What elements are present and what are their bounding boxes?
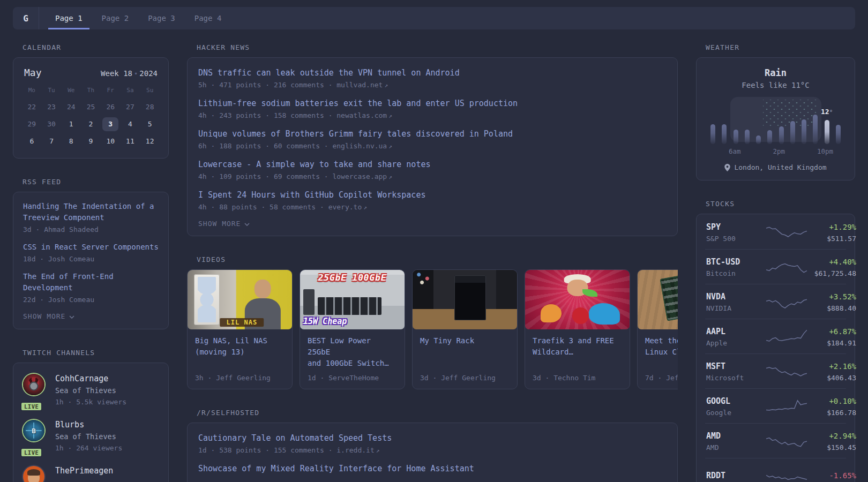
tab-page-2[interactable]: Page 2	[95, 7, 136, 29]
stock-row[interactable]: AMDAMD+2.94%$150.45	[705, 423, 846, 458]
stock-symbol: RDDT	[706, 470, 766, 481]
dashboard-columns: CALENDAR May Week 18•2024 MoTuWeThFrSaSu…	[13, 29, 855, 482]
stock-symbol: MSFT	[706, 361, 766, 372]
rss-list: Handling The Indentation of a Treeview C…	[23, 201, 159, 304]
video-thumbnail[interactable]: 25GbE 100GbE15W Cheap	[300, 270, 405, 329]
hackernews-item-domain-link[interactable]: newatlas.com	[336, 111, 387, 119]
video-thumbnail[interactable]	[525, 270, 630, 329]
reddit-item-domain-link[interactable]: i.redd.it	[336, 446, 374, 454]
rss-item-title[interactable]: CSS in React Server Components	[23, 242, 159, 253]
weather-bar	[734, 130, 738, 144]
weather-bar	[710, 124, 715, 144]
stock-symbol: AAPL	[706, 326, 766, 337]
twitch-channel-item[interactable]: ThePrimeagen	[23, 465, 159, 482]
video-title[interactable]: My Tiny Rack	[413, 329, 517, 347]
list-item: Lithium-free sodium batteries exit the l…	[198, 97, 667, 119]
calendar-week-year: Week 18•2024	[101, 69, 158, 78]
hackernews-show-more-button[interactable]: SHOW MORE	[198, 220, 667, 228]
tab-page-1[interactable]: Page 1	[48, 7, 89, 29]
calendar-day: 12	[140, 134, 160, 148]
weather-bar	[722, 124, 727, 144]
twitch-channel-name[interactable]: ThePrimeagen	[55, 465, 113, 477]
video-thumbnail[interactable]	[413, 270, 517, 329]
stock-name: Apple	[706, 339, 766, 347]
avatar-wrap	[23, 465, 47, 482]
weather-hour-label: 10pm	[817, 147, 833, 155]
weather-hour-label: 2pm	[773, 147, 785, 155]
stock-values: +3.52%$888.40	[807, 291, 856, 312]
hackernews-item-title[interactable]: Lowercase - A simple way to take and sha…	[198, 159, 667, 170]
twitch-channel-item[interactable]: CLIVECohhCarnageSea of Thieves1h · 5.5k …	[23, 373, 159, 408]
rss-show-more-button[interactable]: SHOW MORE	[23, 312, 159, 320]
weather-bar-slot	[742, 97, 753, 144]
video-thumbnail[interactable]: LIL NAS	[188, 270, 292, 329]
video-card[interactable]: Traefik 3 and FREEWildcard…3d · Techno T…	[525, 269, 630, 389]
reddit-section: /R/SELFHOSTED Cautionary Tale on Automat…	[187, 409, 678, 482]
thumbnail-art	[582, 289, 597, 297]
hackernews-item-domain-link[interactable]: every.to	[328, 203, 362, 211]
video-card[interactable]: LIL NASBig NAS, Lil NAS(moving 13)3h · J…	[187, 269, 293, 389]
video-title[interactable]: Big NAS, Lil NAS(moving 13)	[188, 329, 292, 358]
twitch-channel-name[interactable]: Blurbs	[55, 419, 122, 431]
avatar[interactable]: B	[23, 420, 44, 441]
hackernews-item-title[interactable]: Unique volumes of Brothers Grimm fairy t…	[198, 128, 667, 140]
calendar-day: 26	[101, 100, 121, 114]
video-card[interactable]: FASMeet theLinux Clu7d · Jeff	[637, 269, 678, 389]
stock-row[interactable]: AAPLApple+6.87%$184.91	[705, 319, 846, 353]
stock-row[interactable]: SPYS&P 500+1.29%$511.57	[705, 215, 846, 249]
stock-row[interactable]: NVDANVIDIA+3.52%$888.40	[705, 284, 846, 319]
weather-hour-slot	[796, 147, 806, 155]
list-item: Showcase of my Mixed Reality Interface f…	[198, 463, 667, 475]
reddit-item-title[interactable]: Showcase of my Mixed Reality Interface f…	[198, 463, 667, 475]
stock-row[interactable]: GOOGLGoogle+0.10%$166.78	[705, 388, 846, 423]
weather-bar-slot	[764, 97, 775, 144]
reddit-item-title[interactable]: Cautionary Tale on Automated Speed Tests	[198, 432, 667, 444]
hackernews-item-domain-link[interactable]: lowercase.app	[332, 172, 387, 180]
hackernews-item-title[interactable]: I Spent 24 Hours with GitHub Copilot Wor…	[198, 189, 667, 201]
weather-bar-slot: 12°	[821, 97, 833, 144]
video-title[interactable]: BEST Low Power 25GbEand 100GbE Switch…	[300, 329, 405, 369]
weather-bar-slot	[787, 97, 798, 144]
app-logo[interactable]: G	[13, 7, 39, 29]
weather-bar-chart: 12°	[707, 97, 844, 144]
weather-bar-slot	[753, 97, 764, 144]
weather-location: London, United Kingdom	[734, 163, 826, 171]
video-title[interactable]: Traefik 3 and FREEWildcard…	[525, 329, 630, 358]
section-label-videos: VIDEOS	[187, 255, 678, 263]
thumbnail-text-overlay: LIL NAS	[220, 318, 264, 327]
calendar-day: 1	[61, 117, 81, 131]
calendar-day: 4	[121, 117, 140, 131]
weather-hour-slot	[741, 147, 752, 155]
avatar[interactable]: C	[23, 374, 44, 395]
hackernews-item-domain-link[interactable]: english.nv.ua	[332, 142, 387, 150]
video-thumbnail[interactable]: FAS	[638, 270, 678, 329]
tab-page-4[interactable]: Page 4	[188, 7, 229, 29]
weather-bar-slot	[719, 97, 730, 144]
reddit-card: Cautionary Tale on Automated Speed Tests…	[187, 423, 678, 482]
stock-id: MSFTMicrosoft	[706, 361, 766, 382]
hackernews-item-domain-link[interactable]: mullvad.net	[336, 81, 383, 89]
twitch-channel-name[interactable]: CohhCarnage	[55, 373, 126, 385]
calendar-day: 28	[140, 100, 160, 114]
stock-values: +4.40%$61,725.48	[807, 257, 856, 277]
thumbnail-art	[541, 304, 562, 322]
video-card[interactable]: 25GbE 100GbE15W CheapBEST Low Power 25Gb…	[300, 269, 405, 389]
avatar[interactable]	[23, 466, 44, 482]
rss-item-title[interactable]: Handling The Indentation of a Treeview C…	[23, 201, 159, 223]
rss-item-title[interactable]: The End of Front-End Development	[23, 271, 159, 293]
video-card[interactable]: My Tiny Rack3d · Jeff Geerling	[412, 269, 518, 389]
stock-price: $166.78	[807, 409, 856, 417]
video-title[interactable]: Meet theLinux Clu	[638, 329, 678, 358]
stock-row[interactable]: RDDT-1.65%	[705, 458, 846, 482]
rss-card: Handling The Indentation of a Treeview C…	[13, 192, 169, 329]
hackernews-item-title[interactable]: Lithium-free sodium batteries exit the l…	[198, 97, 667, 109]
calendar-grid: MoTuWeThFrSaSu22232425262728293012345678…	[22, 87, 160, 148]
tab-page-3[interactable]: Page 3	[141, 7, 182, 29]
twitch-channel-item[interactable]: BLIVEBlurbsSea of Thieves1h · 264 viewer…	[23, 419, 159, 454]
stock-row[interactable]: MSFTMicrosoft+2.16%$406.43	[705, 353, 846, 388]
weather-hour-slot: 10pm	[817, 147, 833, 155]
stock-id: AMDAMD	[706, 431, 766, 451]
hackernews-item-title[interactable]: DNS traffic can leak outside the VPN tun…	[198, 67, 667, 79]
stock-row[interactable]: BTC-USDBitcoin+4.40%$61,725.48	[705, 249, 846, 284]
weather-card: Rain Feels like 11°C 12° 6am2pm10pm Lond…	[696, 57, 855, 180]
